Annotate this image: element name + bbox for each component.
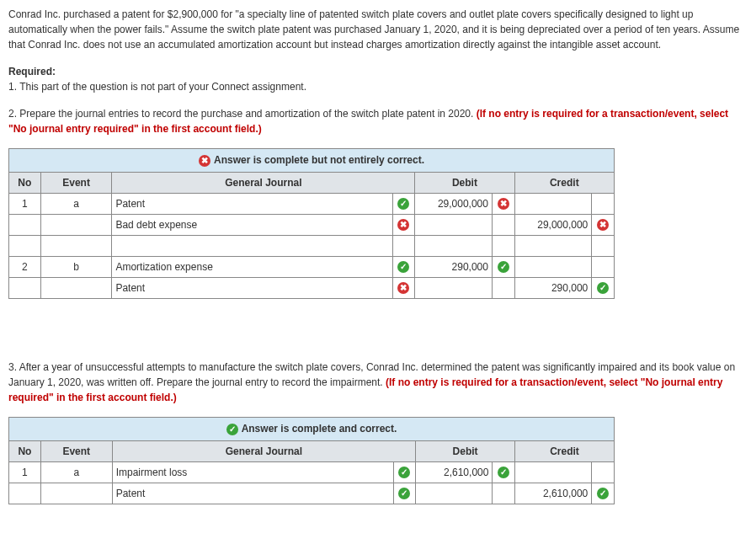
table-row: 1aImpairment loss✓2,610,000✓: [9, 461, 615, 483]
cell-debit[interactable]: 29,000,000: [415, 193, 493, 214]
cell-event[interactable]: a: [40, 193, 112, 214]
cell-credit[interactable]: 290,000: [514, 277, 592, 298]
cell-debit[interactable]: 290,000: [415, 256, 493, 277]
cell-debit-mark: [492, 277, 514, 298]
requirement-1: 1. This part of the question is not part…: [8, 79, 743, 94]
cell-debit-mark: [493, 483, 515, 504]
cell-account[interactable]: [112, 235, 392, 256]
cell-credit[interactable]: [514, 193, 592, 214]
banner-1-text: Answer is complete but not entirely corr…: [214, 154, 424, 166]
cell-credit-mark: [592, 461, 615, 483]
cell-event[interactable]: b: [40, 256, 112, 277]
banner-correct-icon: ✓: [226, 424, 238, 435]
banner-wrong-icon: ✖: [199, 155, 210, 167]
cell-account-mark: ✖: [392, 214, 415, 235]
journal-table-1: No Event General Journal Debit Credit 1a…: [8, 172, 615, 299]
cell-credit[interactable]: [515, 461, 592, 483]
cell-debit-mark: ✖: [492, 193, 514, 214]
table-row: Bad debt expense✖29,000,000✖: [9, 214, 615, 235]
table-row: 1aPatent✓29,000,000✖: [9, 193, 615, 214]
answer-banner-1: ✖Answer is complete but not entirely cor…: [8, 148, 615, 172]
cell-debit[interactable]: [415, 235, 493, 256]
cell-account-mark: ✓: [393, 461, 416, 483]
required-label: Required:: [8, 66, 743, 77]
check-icon: ✓: [498, 467, 509, 478]
cell-credit[interactable]: 29,000,000: [514, 214, 592, 235]
table-row: Patent✓2,610,000✓: [9, 483, 615, 504]
cell-credit[interactable]: [514, 235, 592, 256]
cell-event[interactable]: [40, 277, 112, 298]
check-icon: ✓: [397, 261, 409, 273]
cell-no[interactable]: 1: [9, 193, 41, 214]
cell-account[interactable]: Patent: [112, 193, 392, 214]
cell-account[interactable]: Patent: [112, 483, 393, 504]
requirement-2: 2. Prepare the journal entries to record…: [8, 106, 743, 136]
banner-2-text: Answer is complete and correct.: [242, 423, 397, 435]
col-general-journal: General Journal: [112, 440, 415, 461]
cell-credit-mark: ✖: [592, 214, 615, 235]
cell-credit-mark: [592, 193, 615, 214]
col-event: Event: [40, 440, 112, 461]
cell-account[interactable]: Amortization expense: [112, 256, 392, 277]
cell-account[interactable]: Patent: [112, 277, 392, 298]
cell-event[interactable]: [40, 214, 112, 235]
cell-credit[interactable]: 2,610,000: [515, 483, 592, 504]
col-debit: Debit: [416, 440, 515, 461]
cell-account-mark: ✓: [392, 256, 415, 277]
cell-account-mark: ✓: [392, 193, 415, 214]
cell-no[interactable]: [9, 235, 41, 256]
cell-account-mark: ✖: [392, 277, 415, 298]
cell-debit[interactable]: [415, 214, 493, 235]
cell-debit-mark: ✓: [492, 256, 514, 277]
col-no: No: [9, 172, 41, 193]
cell-event[interactable]: a: [40, 461, 112, 483]
col-credit: Credit: [515, 440, 615, 461]
check-icon: ✓: [397, 198, 409, 210]
answer-banner-2: ✓Answer is complete and correct.: [8, 417, 615, 440]
cell-no[interactable]: [9, 277, 41, 298]
cell-credit-mark: [592, 256, 615, 277]
table-row: Patent✖290,000✓: [9, 277, 615, 298]
cell-debit-mark: [492, 235, 514, 256]
table-row: [9, 235, 615, 256]
journal-table-2: No Event General Journal Debit Credit 1a…: [8, 440, 615, 504]
cell-event[interactable]: [40, 235, 112, 256]
check-icon: ✓: [398, 467, 410, 478]
cell-credit-mark: ✓: [592, 483, 615, 504]
cell-account-mark: ✓: [393, 483, 416, 504]
requirement-3: 3. After a year of unsuccessful attempts…: [8, 360, 743, 405]
check-icon: ✓: [597, 488, 609, 499]
cell-credit[interactable]: [514, 256, 592, 277]
col-event: Event: [40, 172, 112, 193]
cell-no[interactable]: [9, 214, 41, 235]
cell-event[interactable]: [40, 483, 112, 504]
question-intro: Conrad Inc. purchased a patent for $2,90…: [8, 7, 743, 52]
check-icon: ✓: [398, 488, 410, 499]
cell-debit-mark: ✓: [493, 461, 515, 483]
col-credit: Credit: [514, 172, 614, 193]
cell-no[interactable]: 1: [9, 461, 41, 483]
cell-account-mark: [392, 235, 415, 256]
col-no: No: [9, 440, 41, 461]
cell-no[interactable]: [9, 483, 41, 504]
table-row: 2bAmortization expense✓290,000✓: [9, 256, 615, 277]
col-general-journal: General Journal: [112, 172, 415, 193]
cell-credit-mark: [592, 235, 615, 256]
cell-account[interactable]: Impairment loss: [112, 461, 393, 483]
x-icon: ✖: [498, 198, 509, 210]
cell-account[interactable]: Bad debt expense: [112, 214, 392, 235]
req2-text: 2. Prepare the journal entries to record…: [8, 108, 477, 120]
cell-debit[interactable]: 2,610,000: [416, 461, 493, 483]
col-debit: Debit: [415, 172, 514, 193]
check-icon: ✓: [597, 282, 609, 294]
cell-debit[interactable]: [415, 277, 493, 298]
journal-block-1: ✖Answer is complete but not entirely cor…: [8, 148, 615, 299]
cell-debit[interactable]: [416, 483, 493, 504]
cell-credit-mark: ✓: [592, 277, 615, 298]
x-icon: ✖: [397, 219, 409, 231]
cell-no[interactable]: 2: [9, 256, 41, 277]
cell-debit-mark: [492, 214, 514, 235]
check-icon: ✓: [498, 261, 509, 273]
journal-block-2: ✓Answer is complete and correct. No Even…: [8, 417, 615, 504]
x-icon: ✖: [597, 219, 609, 231]
